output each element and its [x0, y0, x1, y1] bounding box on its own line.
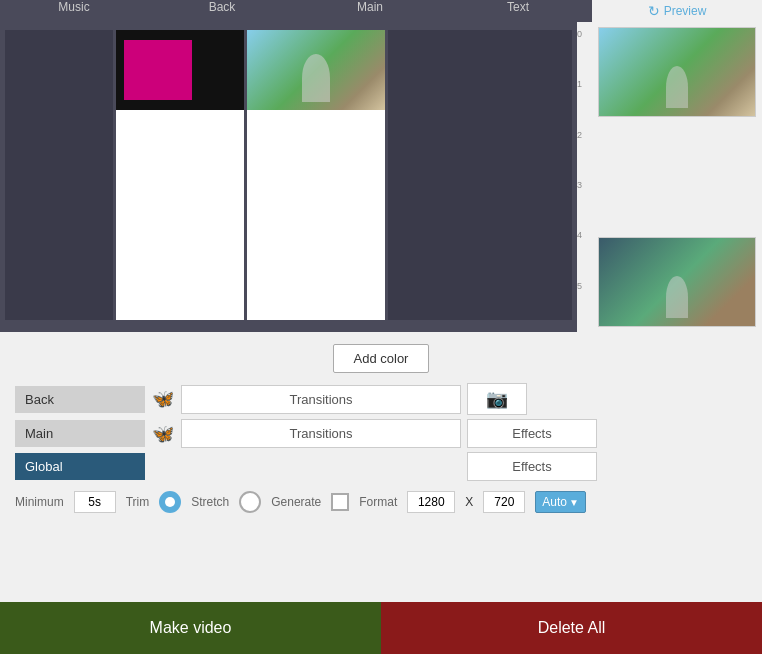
- ruler-mark-1: 1: [577, 80, 592, 130]
- trim-radio[interactable]: [159, 491, 181, 513]
- make-video-button[interactable]: Make video: [0, 602, 381, 654]
- back-butterfly-icon[interactable]: 🦋: [151, 387, 175, 411]
- format-label: Format: [359, 495, 397, 509]
- ruler-mark-4: 4: [577, 231, 592, 281]
- main-label: Main: [15, 420, 145, 447]
- tab-music[interactable]: Music: [0, 0, 148, 22]
- ruler-mark-0: 0: [577, 30, 592, 80]
- back-icon-btn[interactable]: 📷: [467, 383, 527, 415]
- main-butterfly-icon[interactable]: 🦋: [151, 422, 175, 446]
- main-effects-btn[interactable]: Effects: [467, 419, 597, 448]
- auto-button[interactable]: Auto ▼: [535, 491, 586, 513]
- music-track: [5, 30, 113, 320]
- format-width-input[interactable]: [407, 491, 455, 513]
- tab-back[interactable]: Back: [148, 0, 296, 22]
- format-height-input[interactable]: [483, 491, 525, 513]
- generate-checkbox[interactable]: [331, 493, 349, 511]
- global-effects-btn[interactable]: Effects: [467, 452, 597, 481]
- back-transitions-btn[interactable]: Transitions: [181, 385, 461, 414]
- minimum-label: Minimum: [15, 495, 64, 509]
- camera-icon: 📷: [486, 388, 508, 410]
- preview-thumb-2: [598, 237, 756, 327]
- global-label: Global: [15, 453, 145, 480]
- minimum-input[interactable]: [74, 491, 116, 513]
- add-color-button[interactable]: Add color: [333, 344, 430, 373]
- main-transitions-btn[interactable]: Transitions: [181, 419, 461, 448]
- ruler-mark-5: 5: [577, 282, 592, 332]
- auto-arrow-icon: ▼: [569, 497, 579, 508]
- stretch-label: Stretch: [191, 495, 229, 509]
- tab-main[interactable]: Main: [296, 0, 444, 22]
- preview-label: Preview: [664, 4, 707, 18]
- back-label: Back: [15, 386, 145, 413]
- delete-all-button[interactable]: Delete All: [381, 602, 762, 654]
- preview-header: ↻ Preview: [592, 0, 762, 22]
- back-track: [116, 30, 244, 320]
- generate-label: Generate: [271, 495, 321, 509]
- preview-thumb-1: [598, 27, 756, 117]
- x-separator: X: [465, 495, 473, 509]
- ruler-mark-3: 3: [577, 181, 592, 231]
- tab-text[interactable]: Text: [444, 0, 592, 22]
- stretch-radio[interactable]: [239, 491, 261, 513]
- main-track: [247, 30, 385, 320]
- refresh-icon[interactable]: ↻: [648, 3, 660, 19]
- ruler-mark-2: 2: [577, 131, 592, 181]
- text-track: [388, 30, 572, 320]
- trim-label: Trim: [126, 495, 150, 509]
